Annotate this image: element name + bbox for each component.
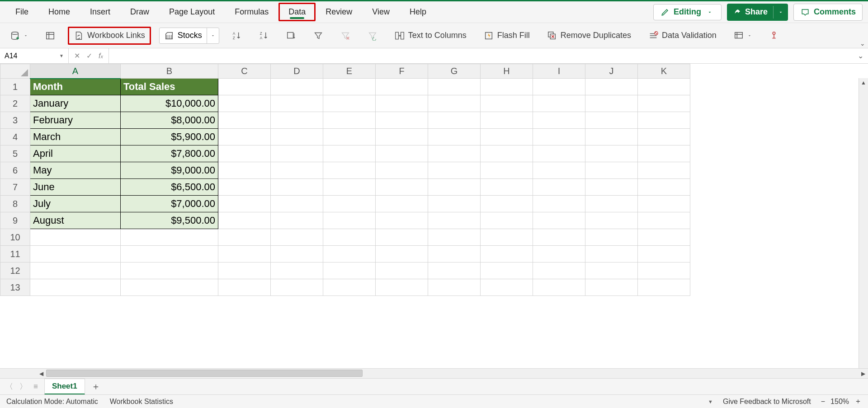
cell-F1[interactable]: [376, 79, 428, 95]
cell-J8[interactable]: [585, 196, 638, 212]
cell-G3[interactable]: [428, 112, 481, 129]
calc-mode-label[interactable]: Calculation Mode: Automatic: [6, 398, 98, 406]
tab-review[interactable]: Review: [316, 3, 362, 21]
cell-G10[interactable]: [428, 229, 481, 246]
reapply-filter-button[interactable]: [363, 28, 382, 43]
zoom-level[interactable]: 150%: [830, 398, 849, 406]
horizontal-scrollbar[interactable]: ◀ ▶: [0, 368, 868, 378]
custom-sort-button[interactable]: [282, 28, 301, 43]
scroll-up-icon[interactable]: ▲: [859, 78, 868, 87]
cell-G8[interactable]: [428, 196, 481, 212]
cell-J5[interactable]: [585, 145, 638, 162]
cell-B11[interactable]: [121, 246, 218, 263]
cell-F8[interactable]: [376, 196, 428, 212]
cell-B3[interactable]: $8,000.00: [121, 112, 218, 129]
select-all-corner[interactable]: [0, 64, 30, 79]
column-header-J[interactable]: J: [585, 64, 638, 79]
formula-bar-expand[interactable]: ⌄: [853, 52, 868, 60]
column-header-F[interactable]: F: [376, 64, 428, 79]
column-header-K[interactable]: K: [638, 64, 690, 79]
cell-G7[interactable]: [428, 179, 481, 196]
cell-D9[interactable]: [271, 212, 323, 229]
cell-K3[interactable]: [638, 112, 690, 129]
cell-H1[interactable]: [481, 79, 533, 95]
row-header-6[interactable]: 6: [0, 162, 30, 179]
cell-E4[interactable]: [323, 129, 376, 145]
cell-E8[interactable]: [323, 196, 376, 212]
data-validation-button[interactable]: Data Validation: [644, 28, 721, 43]
column-header-G[interactable]: G: [428, 64, 481, 79]
sheet-tab-active[interactable]: Sheet1: [44, 379, 85, 395]
cell-J10[interactable]: [585, 229, 638, 246]
cell-I6[interactable]: [533, 162, 585, 179]
cell-E1[interactable]: [323, 79, 376, 95]
cell-F12[interactable]: [376, 263, 428, 279]
tab-page-layout[interactable]: Page Layout: [159, 3, 225, 21]
column-header-E[interactable]: E: [323, 64, 376, 79]
help-dropdown-icon[interactable]: ▼: [708, 399, 713, 404]
cell-E9[interactable]: [323, 212, 376, 229]
row-header-8[interactable]: 8: [0, 196, 30, 212]
cell-E13[interactable]: [323, 279, 376, 296]
tab-home[interactable]: Home: [38, 3, 80, 21]
cell-G6[interactable]: [428, 162, 481, 179]
cell-G5[interactable]: [428, 145, 481, 162]
row-header-10[interactable]: 10: [0, 229, 30, 246]
cell-D4[interactable]: [271, 129, 323, 145]
what-if-button[interactable]: [764, 28, 783, 43]
cell-A3[interactable]: February: [30, 112, 121, 129]
chevron-down-icon[interactable]: ▼: [59, 53, 64, 58]
row-header-7[interactable]: 7: [0, 179, 30, 196]
cell-B5[interactable]: $7,800.00: [121, 145, 218, 162]
cell-H9[interactable]: [481, 212, 533, 229]
sheet-nav-prev[interactable]: 〈: [5, 381, 13, 392]
add-sheet-button[interactable]: ＋: [91, 380, 100, 393]
row-header-1[interactable]: 1: [0, 79, 30, 95]
comments-button[interactable]: Comments: [793, 4, 863, 21]
cell-D11[interactable]: [271, 246, 323, 263]
row-header-9[interactable]: 9: [0, 212, 30, 229]
cell-F4[interactable]: [376, 129, 428, 145]
scroll-right-icon[interactable]: ▶: [858, 370, 868, 377]
cell-A11[interactable]: [30, 246, 121, 263]
cell-H5[interactable]: [481, 145, 533, 162]
cell-C10[interactable]: [218, 229, 271, 246]
cell-B2[interactable]: $10,000.00: [121, 95, 218, 112]
cell-D1[interactable]: [271, 79, 323, 95]
cell-H13[interactable]: [481, 279, 533, 296]
tab-data[interactable]: Data: [278, 3, 316, 21]
cell-I9[interactable]: [533, 212, 585, 229]
cell-C8[interactable]: [218, 196, 271, 212]
cell-A1[interactable]: Month: [30, 79, 121, 95]
cell-I13[interactable]: [533, 279, 585, 296]
cell-D12[interactable]: [271, 263, 323, 279]
cell-K6[interactable]: [638, 162, 690, 179]
stocks-button[interactable]: Stocks: [159, 28, 219, 44]
cell-B8[interactable]: $7,000.00: [121, 196, 218, 212]
cell-F11[interactable]: [376, 246, 428, 263]
cell-D6[interactable]: [271, 162, 323, 179]
cell-H3[interactable]: [481, 112, 533, 129]
cell-G12[interactable]: [428, 263, 481, 279]
cell-I5[interactable]: [533, 145, 585, 162]
cell-K4[interactable]: [638, 129, 690, 145]
share-button-main[interactable]: Share: [727, 4, 773, 21]
cell-K1[interactable]: [638, 79, 690, 95]
column-header-A[interactable]: A: [30, 64, 121, 79]
cell-E5[interactable]: [323, 145, 376, 162]
column-header-B[interactable]: B: [121, 64, 218, 79]
cell-B12[interactable]: [121, 263, 218, 279]
cell-F6[interactable]: [376, 162, 428, 179]
cell-A12[interactable]: [30, 263, 121, 279]
outline-button[interactable]: [729, 28, 756, 43]
tab-view[interactable]: View: [362, 3, 400, 21]
cell-E11[interactable]: [323, 246, 376, 263]
cell-A8[interactable]: July: [30, 196, 121, 212]
cell-F7[interactable]: [376, 179, 428, 196]
cell-J7[interactable]: [585, 179, 638, 196]
scroll-left-icon[interactable]: ◀: [36, 370, 46, 377]
cell-C3[interactable]: [218, 112, 271, 129]
cell-G4[interactable]: [428, 129, 481, 145]
cell-I7[interactable]: [533, 179, 585, 196]
cell-J13[interactable]: [585, 279, 638, 296]
